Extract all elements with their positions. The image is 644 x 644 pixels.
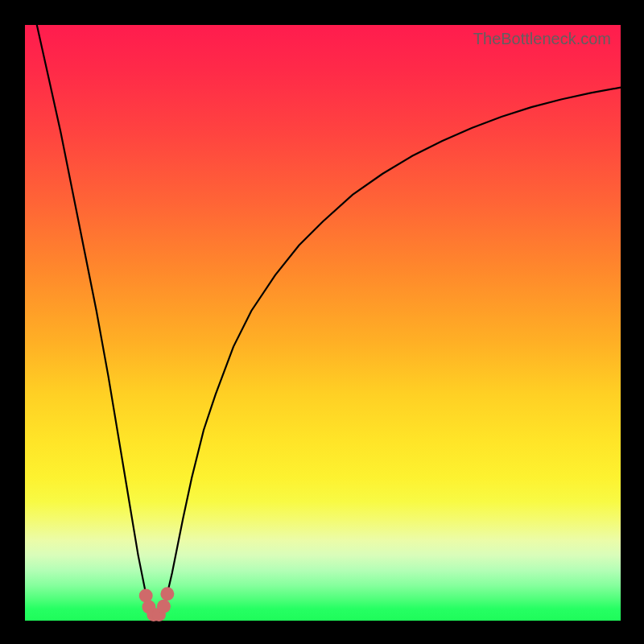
curve-markers xyxy=(139,587,175,621)
bottleneck-curve xyxy=(25,0,621,616)
curve-layer xyxy=(25,25,621,621)
plot-area: TheBottleneck.com xyxy=(25,25,621,621)
marker-dot xyxy=(157,600,171,613)
outer-frame: TheBottleneck.com xyxy=(0,0,644,644)
marker-dot xyxy=(160,587,174,601)
